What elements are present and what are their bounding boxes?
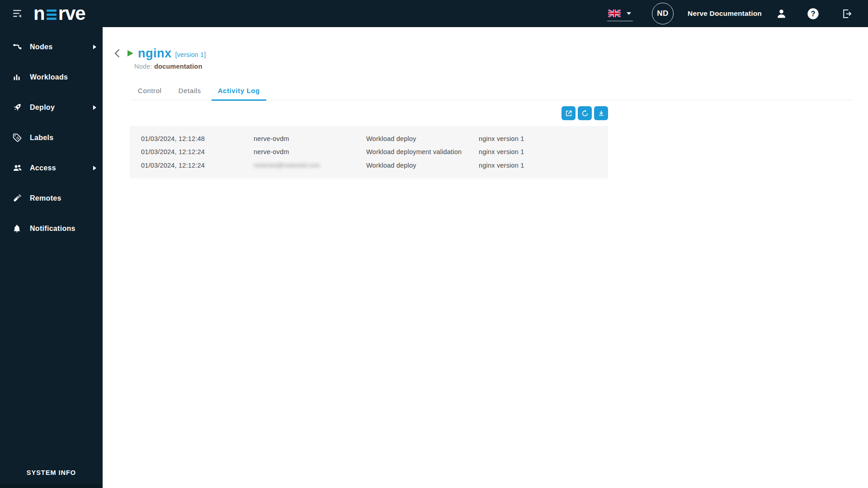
- logout-icon[interactable]: [841, 8, 853, 20]
- page-title: nginx: [138, 47, 172, 60]
- workloads-icon: [12, 72, 24, 83]
- workload-started-icon: [127, 50, 133, 56]
- notifications-icon: [12, 223, 24, 234]
- log-timestamp: 01/03/2024, 12:12:24: [141, 162, 254, 169]
- tab-activity-log[interactable]: Activity Log: [212, 87, 266, 101]
- sidebar-item-label: Notifications: [30, 225, 98, 233]
- chevron-right-icon: [93, 45, 96, 49]
- avatar-initials: ND: [657, 9, 669, 18]
- sidebar-item-label: Access: [30, 164, 93, 172]
- tab-control[interactable]: Control: [132, 87, 168, 101]
- workload-version: [version 1]: [175, 51, 206, 58]
- open-in-new-button[interactable]: [561, 106, 576, 120]
- log-action: Workload deployment validation: [366, 148, 479, 155]
- sidebar-item-access[interactable]: Access: [0, 153, 103, 183]
- logo-bars-icon: [47, 9, 57, 20]
- log-user: nerve-ovdm: [254, 135, 366, 142]
- caret-down-icon: [627, 12, 631, 15]
- menu-collapse-icon[interactable]: [13, 9, 24, 18]
- sidebar-item-label: Deploy: [30, 103, 93, 112]
- remotes-icon: [12, 193, 24, 204]
- sidebar-item-labels[interactable]: Labels: [0, 122, 103, 153]
- nerve-logo: n rve: [33, 4, 85, 23]
- node-value: documentation: [154, 63, 203, 70]
- chevron-right-icon: [93, 105, 96, 110]
- download-icon: [597, 109, 605, 117]
- refresh-button[interactable]: [578, 106, 592, 120]
- access-icon: [12, 163, 24, 174]
- table-row: 01/03/2024, 12:12:24 redacted@redacted.c…: [141, 159, 599, 172]
- sidebar-item-label: Remotes: [30, 194, 98, 202]
- sidebar-item-label: Nodes: [30, 43, 93, 51]
- sidebar-item-label: Workloads: [30, 73, 98, 81]
- account-name: Nerve Documentation: [688, 9, 762, 18]
- main-content: nginx [version 1] Node: documentation Co…: [103, 27, 868, 488]
- sidebar-item-deploy[interactable]: Deploy: [0, 92, 103, 122]
- sidebar-item-remotes[interactable]: Remotes: [0, 183, 103, 213]
- logo-text: n: [33, 4, 45, 23]
- log-action: Workload deploy: [366, 135, 479, 142]
- sidebar-bottom-strip: [0, 484, 103, 488]
- deploy-icon: [12, 102, 24, 113]
- sidebar-item-nodes[interactable]: Nodes: [0, 32, 103, 62]
- log-target: nginx version 1: [479, 135, 599, 142]
- logo-text: rve: [58, 4, 85, 23]
- log-user-redacted: redacted@redacted.com: [254, 162, 366, 169]
- table-row: 01/03/2024, 12:12:24 nerve-ovdm Workload…: [141, 145, 599, 159]
- help-icon[interactable]: ?: [807, 8, 819, 20]
- user-profile-icon[interactable]: [775, 8, 788, 20]
- node-label: Node:: [134, 63, 152, 70]
- log-action: Workload deploy: [366, 162, 479, 169]
- tab-bar: Control Details Activity Log: [130, 87, 852, 100]
- uk-flag-icon: [608, 9, 621, 17]
- back-chevron-icon[interactable]: [113, 48, 122, 58]
- language-selector[interactable]: [607, 9, 633, 21]
- nodes-icon: [12, 42, 24, 52]
- activity-log-toolbar: [130, 106, 608, 120]
- refresh-icon: [581, 109, 589, 117]
- svg-text:?: ?: [811, 9, 816, 18]
- node-info: Node: documentation: [134, 63, 868, 70]
- log-user: nerve-ovdm: [254, 148, 366, 155]
- sidebar: Nodes Workloads: [0, 27, 103, 488]
- sidebar-item-label: Labels: [30, 134, 98, 142]
- log-timestamp: 01/03/2024, 12:12:48: [141, 135, 254, 142]
- sidebar-item-notifications[interactable]: Notifications: [0, 213, 103, 244]
- workload-header: nginx [version 1]: [113, 45, 868, 61]
- open-in-new-icon: [565, 109, 573, 117]
- log-target: nginx version 1: [479, 162, 599, 169]
- topbar: n rve ND Nerve Documentation: [0, 0, 868, 27]
- tab-details[interactable]: Details: [172, 87, 208, 101]
- sidebar-item-workloads[interactable]: Workloads: [0, 62, 103, 92]
- user-avatar[interactable]: ND: [652, 3, 674, 24]
- labels-icon: [12, 132, 24, 143]
- download-button[interactable]: [594, 106, 608, 120]
- table-row: 01/03/2024, 12:12:48 nerve-ovdm Workload…: [141, 132, 599, 145]
- log-target: nginx version 1: [479, 148, 599, 155]
- activity-log-table: 01/03/2024, 12:12:48 nerve-ovdm Workload…: [130, 126, 608, 178]
- chevron-right-icon: [93, 166, 96, 170]
- system-info-link[interactable]: SYSTEM INFO: [0, 469, 103, 476]
- log-timestamp: 01/03/2024, 12:12:24: [141, 148, 254, 155]
- app-window: n rve ND Nerve Documentation: [0, 0, 868, 488]
